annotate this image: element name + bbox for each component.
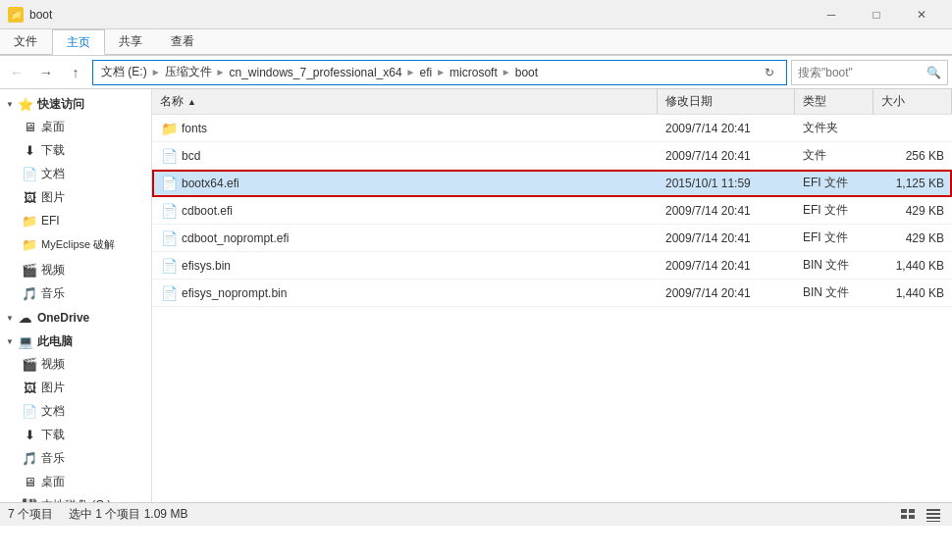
file-row[interactable]: 📄 cdboot.efi 2009/7/14 20:41 EFI 文件 429 … xyxy=(152,197,952,225)
sidebar-item-download-quick[interactable]: ⬇ 下载 📌 xyxy=(0,138,151,162)
file-date-cell: 2015/10/1 11:59 xyxy=(658,170,795,196)
file-date-cell: 2009/7/14 20:41 xyxy=(658,115,795,141)
docs-icon: 📄 xyxy=(22,166,37,181)
music-icon: 🎵 xyxy=(22,450,37,466)
col-type-label: 类型 xyxy=(803,93,826,110)
address-bar-row: ← → ↑ 文档 (E:) ► 压缩文件 ► cn_windows_7_prof… xyxy=(0,56,952,89)
this-pc-header[interactable]: ▼ 💻 此电脑 xyxy=(0,331,151,352)
address-box[interactable]: 文档 (E:) ► 压缩文件 ► cn_windows_7_profession… xyxy=(92,60,787,85)
path-part-zip[interactable]: 压缩文件 xyxy=(163,64,214,80)
file-row-selected[interactable]: 📄 bootx64.efi 2015/10/1 11:59 EFI 文件 1,1… xyxy=(152,170,952,197)
file-row[interactable]: 📄 efisys.bin 2009/7/14 20:41 BIN 文件 1,44… xyxy=(152,252,952,280)
svg-rect-2 xyxy=(909,509,915,513)
main-area: ▼ ⭐ 快速访问 🖥 桌面 📌 ⬇ 下载 📌 📄 文档 📌 xyxy=(0,89,952,502)
col-header-size[interactable]: 大小 xyxy=(873,89,952,114)
sidebar-item-music[interactable]: 🎵 音乐 xyxy=(0,281,151,305)
file-name: fonts xyxy=(182,122,207,135)
sidebar-item-pc-download[interactable]: ⬇ 下载 xyxy=(0,423,151,446)
up-button[interactable]: ↑ xyxy=(63,60,88,85)
window-title: boot xyxy=(29,8,52,22)
path-part-boot[interactable]: boot xyxy=(513,66,540,79)
tab-file[interactable]: 文件 xyxy=(0,29,52,54)
sidebar-item-pc-pics[interactable]: 🖼 图片 xyxy=(0,376,151,399)
close-button[interactable]: ✕ xyxy=(899,0,944,29)
video-icon: 🎬 xyxy=(22,356,37,372)
file-name-cell: 📄 cdboot.efi xyxy=(152,197,658,224)
back-button[interactable]: ← xyxy=(4,60,29,85)
quick-access-label: 快速访问 xyxy=(37,96,84,113)
file-size-cell: 429 KB xyxy=(873,225,952,251)
sidebar-item-myeclipse[interactable]: 📁 MyEclipse 破解 xyxy=(0,232,151,256)
file-type-cell: BIN 文件 xyxy=(795,280,873,306)
ribbon-tabs: 文件 主页 共享 查看 xyxy=(0,29,952,55)
sort-arrow: ▲ xyxy=(187,97,196,107)
refresh-button[interactable]: ↻ xyxy=(759,62,780,83)
file-name-cell: 📄 bootx64.efi xyxy=(152,170,658,196)
sidebar-item-docs-quick[interactable]: 📄 文档 📌 xyxy=(0,162,151,185)
file-date-cell: 2009/7/14 20:41 xyxy=(658,252,795,279)
file-icon: 📄 xyxy=(160,202,178,220)
file-row[interactable]: 📄 cdboot_noprompt.efi 2009/7/14 20:41 EF… xyxy=(152,225,952,252)
minimize-button[interactable]: ─ xyxy=(809,0,854,29)
col-header-name[interactable]: 名称 ▲ xyxy=(152,89,658,114)
cloud-icon: ☁ xyxy=(18,310,33,326)
col-header-type[interactable]: 类型 xyxy=(795,89,873,114)
sidebar-item-pics-quick[interactable]: 🖼 图片 📌 xyxy=(0,185,151,209)
col-size-label: 大小 xyxy=(881,93,905,110)
this-pc-section: ▼ 💻 此电脑 🎬 视频 🖼 图片 📄 文档 ⬇ xyxy=(0,331,151,502)
file-date-cell: 2009/7/14 20:41 xyxy=(658,280,795,306)
quick-access-section: ▼ ⭐ 快速访问 🖥 桌面 📌 ⬇ 下载 📌 📄 文档 📌 xyxy=(0,93,151,256)
pics-icon: 🖼 xyxy=(22,189,37,205)
sidebar-item-desktop-quick[interactable]: 🖥 桌面 📌 xyxy=(0,115,151,138)
sidebar-item-video[interactable]: 🎬 视频 xyxy=(0,258,151,281)
file-name-cell: 📄 efisys.bin xyxy=(152,252,658,279)
tab-view[interactable]: 查看 xyxy=(157,29,209,54)
sidebar-item-efi[interactable]: 📁 EFI xyxy=(0,209,151,232)
col-header-date[interactable]: 修改日期 xyxy=(658,89,795,114)
file-name: cdboot.efi xyxy=(182,204,233,218)
media-section: 🎬 视频 🎵 音乐 xyxy=(0,258,151,305)
path-part-drive[interactable]: 文档 (E:) xyxy=(99,64,149,80)
title-bar: 📁 boot ─ □ ✕ xyxy=(0,0,952,29)
file-date-cell: 2009/7/14 20:41 xyxy=(658,142,795,169)
onedrive-header[interactable]: ▼ ☁ OneDrive xyxy=(0,307,151,329)
forward-button[interactable]: → xyxy=(33,60,59,85)
maximize-button[interactable]: □ xyxy=(854,0,899,29)
path-part-microsoft[interactable]: microsoft xyxy=(448,66,500,79)
folder-myeclipse-icon: 📁 xyxy=(22,236,37,252)
path-part-cn[interactable]: cn_windows_7_professional_x64 xyxy=(227,66,403,79)
star-icon: ⭐ xyxy=(18,96,33,112)
pics-icon: 🖼 xyxy=(22,380,37,395)
path-part-efi[interactable]: efi xyxy=(418,66,435,79)
details-view-button[interactable] xyxy=(923,505,944,525)
file-type-cell: BIN 文件 xyxy=(795,252,873,279)
file-row[interactable]: 📄 efisys_noprompt.bin 2009/7/14 20:41 BI… xyxy=(152,280,952,307)
sidebar-item-drive-c[interactable]: 💾 本地磁盘 (C:) xyxy=(0,493,151,502)
file-date-cell: 2009/7/14 20:41 xyxy=(658,225,795,251)
file-name: bootx64.efi xyxy=(182,177,239,190)
file-name-cell: 📁 fonts xyxy=(152,115,658,141)
file-list-header: 名称 ▲ 修改日期 类型 大小 xyxy=(152,89,952,115)
file-type-cell: 文件 xyxy=(795,142,873,169)
search-input[interactable] xyxy=(798,66,923,79)
sidebar-item-pc-video[interactable]: 🎬 视频 xyxy=(0,352,151,376)
download-icon: ⬇ xyxy=(22,142,37,158)
docs-icon: 📄 xyxy=(22,403,37,419)
sidebar-item-pc-desktop[interactable]: 🖥 桌面 xyxy=(0,470,151,493)
sidebar-item-pc-music[interactable]: 🎵 音乐 xyxy=(0,446,151,470)
sidebar-item-pc-docs[interactable]: 📄 文档 xyxy=(0,399,151,423)
file-row[interactable]: 📁 fonts 2009/7/14 20:41 文件夹 xyxy=(152,115,952,142)
col-name-label: 名称 xyxy=(160,93,184,110)
quick-access-header[interactable]: ▼ ⭐ 快速访问 xyxy=(0,93,151,115)
file-name-cell: 📄 bcd xyxy=(152,142,658,169)
svg-rect-3 xyxy=(909,515,915,519)
download-icon: ⬇ xyxy=(22,427,37,442)
list-view-button[interactable] xyxy=(897,505,919,525)
search-icon[interactable]: 🔍 xyxy=(926,66,941,79)
folder-icon: 📁 xyxy=(8,7,24,23)
file-row[interactable]: 📄 bcd 2009/7/14 20:41 文件 256 KB xyxy=(152,142,952,170)
collapse-icon: ▼ xyxy=(6,314,14,323)
tab-share[interactable]: 共享 xyxy=(105,29,157,54)
search-box[interactable]: 🔍 xyxy=(791,60,948,85)
tab-home[interactable]: 主页 xyxy=(52,29,105,55)
